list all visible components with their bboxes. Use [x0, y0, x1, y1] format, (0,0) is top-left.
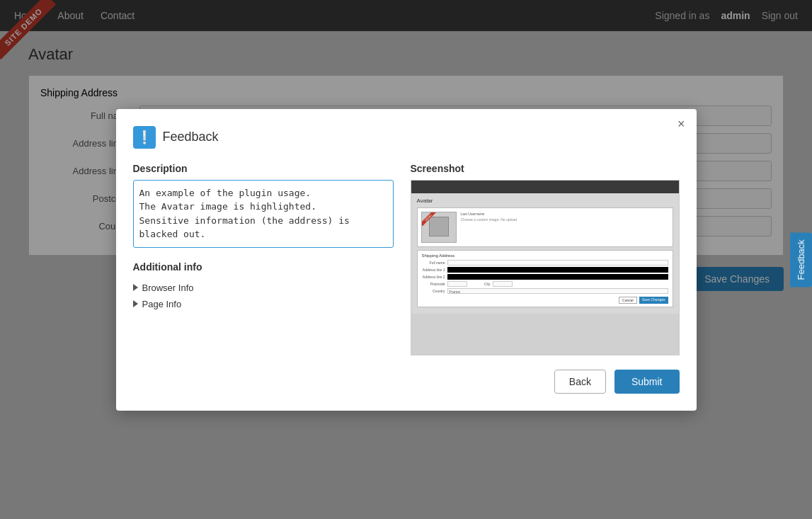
modal-overlay: × ❕ Feedback Description An example of t…: [0, 0, 812, 519]
mini-addr1-label: Address line 1: [422, 268, 447, 272]
mini-addr2-label: Address line 2: [422, 275, 447, 279]
modal-title: Feedback: [163, 130, 219, 144]
mini-navbar: [411, 181, 679, 193]
mini-country-row: Country France: [422, 288, 668, 294]
description-textarea[interactable]: An example of the plugin usage. The Avat…: [133, 180, 394, 248]
mini-avatar-input-text: Choose a custom image. No upload: [461, 217, 669, 222]
mini-cancel-btn: Cancel: [619, 297, 637, 304]
mini-country-input: France: [447, 288, 668, 294]
modal-right-column: Screenshot Avatar DEMO: [411, 163, 680, 355]
back-button[interactable]: Back: [554, 370, 606, 394]
browser-info-arrow-icon: [133, 284, 138, 291]
mini-postcode-input: [447, 281, 467, 287]
modal-left-column: Description An example of the plugin usa…: [133, 163, 394, 355]
feedback-modal: × ❕ Feedback Description An example of t…: [116, 109, 697, 411]
mini-save-btn: Save Changes: [639, 297, 668, 304]
mini-addr2-row: Address line 2: [422, 274, 668, 280]
page-info-arrow-icon: [133, 300, 138, 307]
feedback-icon: ❕: [133, 126, 156, 149]
mini-addr1-row: Address line 1: [422, 267, 668, 273]
mini-ribbon: DEMO: [422, 212, 436, 227]
mini-shipping-section: Shipping Address Full name Address line …: [417, 250, 673, 307]
mini-title: Avatar: [417, 198, 673, 204]
mini-postcode-label: Postcode: [422, 282, 447, 286]
page-info-label: Page Info: [142, 299, 182, 309]
mini-postcode-row: Postcode City: [422, 281, 668, 287]
screenshot-label: Screenshot: [411, 163, 680, 174]
feedback-side-button-wrapper: Feedback: [790, 232, 812, 287]
mini-avatar-box: DEMO: [421, 212, 457, 243]
browser-info-item[interactable]: Browser Info: [133, 280, 394, 296]
mini-avatar-form: Last Username Choose a custom image. No …: [461, 212, 669, 243]
modal-footer: Back Submit: [133, 370, 680, 394]
browser-info-label: Browser Info: [142, 283, 194, 293]
modal-header: ❕ Feedback: [133, 126, 680, 149]
mini-ribbon-label: DEMO: [422, 212, 436, 226]
mini-actions: Cancel Save Changes: [422, 297, 668, 304]
mini-city-label: City: [467, 282, 493, 286]
page-info-item[interactable]: Page Info: [133, 296, 394, 312]
description-label: Description: [133, 163, 394, 174]
mini-card: DEMO Last Username Choose a custom image…: [417, 207, 673, 247]
mini-fullname-input: [447, 260, 668, 266]
mini-shipping-title: Shipping Address: [422, 253, 668, 258]
mini-addr1-redacted: [447, 267, 668, 273]
mini-avatar-upload-label: Last Username: [461, 212, 669, 216]
mini-content: Avatar DEMO Last Username: [411, 193, 679, 314]
mini-addr2-redacted: [447, 274, 668, 280]
mini-country-label: Country: [422, 289, 447, 293]
mini-fullname-label: Full name: [422, 261, 447, 265]
modal-close-button[interactable]: ×: [677, 118, 685, 130]
mini-screenshot: Avatar DEMO Last Username: [411, 181, 679, 355]
mini-fullname-row: Full name: [422, 260, 668, 266]
screenshot-preview: Avatar DEMO Last Username: [411, 180, 680, 355]
modal-body: Description An example of the plugin usa…: [133, 163, 680, 355]
additional-info-label: Additional info: [133, 261, 394, 273]
feedback-side-button[interactable]: Feedback: [790, 232, 812, 287]
submit-button[interactable]: Submit: [614, 370, 680, 394]
mini-city-input: [493, 281, 513, 287]
